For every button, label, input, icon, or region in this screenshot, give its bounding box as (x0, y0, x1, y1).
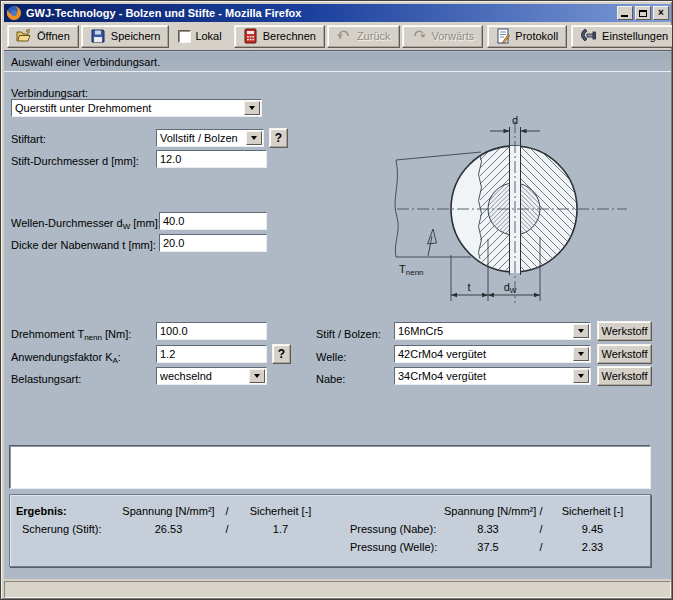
chevron-down-icon (578, 374, 584, 378)
connection-type-select[interactable]: Querstift unter Drehmoment (11, 99, 262, 117)
result-row-safety: 1.7 (238, 523, 323, 535)
maximize-icon (639, 10, 647, 17)
pin-type-value: Vollstift / Bolzen (157, 132, 246, 144)
results-left-table: Ergebnis: Spannung [N/mm²] / Sicherheit … (16, 502, 323, 538)
section-header: Auswahl einer Verbindungsart. (4, 52, 671, 72)
open-folder-icon (16, 28, 32, 44)
connection-type-value: Querstift unter Drehmoment (12, 102, 244, 114)
result-row-separator: / (216, 523, 238, 535)
hub-material-label: Nabe: (316, 373, 345, 385)
torque-label: Drehmoment Tnenn [Nm]: (11, 328, 131, 342)
applet-content: Auswahl einer Verbindungsart. Verbindung… (4, 50, 671, 579)
settings-button[interactable]: Einstellungen (571, 25, 673, 48)
protocol-button[interactable]: Protokoll (487, 25, 567, 48)
application-factor-label: Anwendungsfaktor KA: (11, 351, 121, 365)
pin-diameter-input[interactable] (156, 150, 267, 168)
pin-material-label: Stift / Bolzen: (316, 328, 381, 340)
load-type-dropdown-button[interactable] (249, 369, 265, 383)
application-factor-input[interactable] (156, 345, 267, 363)
close-icon: × (658, 8, 664, 18)
settings-tool-icon (580, 28, 597, 44)
save-floppy-icon (90, 28, 106, 44)
torque-input[interactable] (156, 322, 267, 340)
chevron-down-icon (578, 352, 584, 356)
chevron-down-icon (251, 136, 257, 140)
application-factor-help-button[interactable]: ? (272, 344, 291, 364)
load-type-select[interactable]: wechselnd (156, 367, 267, 385)
result-row-separator: / (532, 541, 550, 553)
results-title: Ergebnis: (16, 505, 121, 517)
pin-material-dropdown-button[interactable] (573, 324, 589, 338)
results-right-table: Spannung [N/mm²] / Sicherheit [-] Pressu… (344, 502, 635, 556)
shaft-material-dropdown-button[interactable] (573, 347, 589, 361)
protocol-document-icon (496, 28, 510, 44)
local-checkbox-label: Lokal (195, 30, 221, 42)
stress-column-header: Spannung [N/mm²] (444, 505, 532, 517)
hub-material-value: 34CrMo4 vergütet (395, 370, 573, 382)
shaft-material-select[interactable]: 42CrMo4 vergütet (394, 345, 591, 363)
safety-column-header: Sicherheit [-] (550, 505, 635, 517)
pin-diameter-label: Stift-Durchmesser d [mm]: (11, 155, 139, 167)
local-checkbox[interactable] (178, 30, 191, 43)
hub-material-select[interactable]: 34CrMo4 vergütet (394, 367, 591, 385)
dim-d-label: d (512, 114, 518, 126)
torque-label-diagram: Tnenn (399, 263, 424, 277)
calculate-button[interactable]: Berechnen (234, 25, 325, 48)
status-bar (4, 581, 671, 598)
shaft-material-werkstoff-button[interactable]: Werkstoff (597, 344, 652, 364)
calculator-icon (243, 28, 258, 44)
shaft-diameter-label: Wellen-Durchmesser dW [mm]: (11, 217, 161, 231)
minimize-button[interactable] (617, 6, 633, 20)
firefox-icon (6, 5, 22, 21)
shaft-diameter-input[interactable] (159, 212, 267, 230)
safety-column-header: Sicherheit [-] (238, 505, 323, 517)
chevron-down-icon (254, 374, 260, 378)
chevron-down-icon (578, 329, 584, 333)
pin-material-value: 16MnCr5 (395, 325, 573, 337)
header-separator: / (532, 505, 550, 517)
dim-t-label: t (467, 281, 470, 293)
save-button[interactable]: Speichern (81, 25, 170, 48)
load-type-label: Belastungsart: (11, 373, 81, 385)
hub-wall-input[interactable] (159, 234, 267, 252)
pin-material-werkstoff-button[interactable]: Werkstoff (597, 321, 652, 341)
hub-material-dropdown-button[interactable] (573, 369, 589, 383)
connection-type-dropdown-button[interactable] (244, 101, 260, 115)
pin-type-help-button[interactable]: ? (269, 128, 288, 148)
result-row-label: Pressung (Welle): (344, 541, 444, 553)
result-row-stress: 8.33 (444, 523, 532, 535)
app-window: GWJ-Technology - Bolzen und Stifte - Moz… (0, 0, 673, 600)
hub-material-werkstoff-button[interactable]: Werkstoff (597, 366, 652, 386)
open-button[interactable]: Öffnen (7, 25, 79, 48)
pin-type-dropdown-button[interactable] (246, 131, 262, 145)
close-button[interactable]: × (653, 6, 669, 20)
minimize-icon (621, 15, 628, 17)
back-button-label: Zurück (357, 30, 391, 42)
load-type-value: wechselnd (157, 370, 249, 382)
toolbar: Öffnen Speichern Lokal Berechnen (4, 22, 671, 50)
result-row-label: Pressung (Nabe): (344, 523, 444, 535)
result-row-label: Scherung (Stift): (16, 523, 121, 535)
undo-back-icon (336, 29, 352, 43)
message-area[interactable] (9, 445, 651, 489)
result-row-stress: 26.53 (121, 523, 216, 535)
connection-type-label: Verbindungsart: (11, 87, 88, 99)
result-row-safety: 9.45 (550, 523, 635, 535)
protocol-button-label: Protokoll (515, 30, 558, 42)
pin-material-select[interactable]: 16MnCr5 (394, 322, 591, 340)
local-checkbox-group: Lokal (178, 30, 221, 43)
hub-wall-label: Dicke der Nabenwand t [mm]: (11, 239, 156, 251)
titlebar: GWJ-Technology - Bolzen und Stifte - Moz… (4, 4, 671, 22)
pin-type-select[interactable]: Vollstift / Bolzen (156, 129, 264, 147)
header-separator: / (216, 505, 238, 517)
maximize-button[interactable] (635, 6, 651, 20)
back-button: Zurück (327, 25, 400, 48)
window-title: GWJ-Technology - Bolzen und Stifte - Moz… (26, 7, 301, 19)
save-button-label: Speichern (111, 30, 161, 42)
forward-button: Vorwärts (402, 25, 484, 48)
result-row-safety: 2.33 (550, 541, 635, 553)
results-panel: Ergebnis: Spannung [N/mm²] / Sicherheit … (9, 494, 651, 567)
open-button-label: Öffnen (37, 30, 70, 42)
stress-column-header: Spannung [N/mm²] (121, 505, 216, 517)
shaft-material-value: 42CrMo4 vergütet (395, 348, 573, 360)
